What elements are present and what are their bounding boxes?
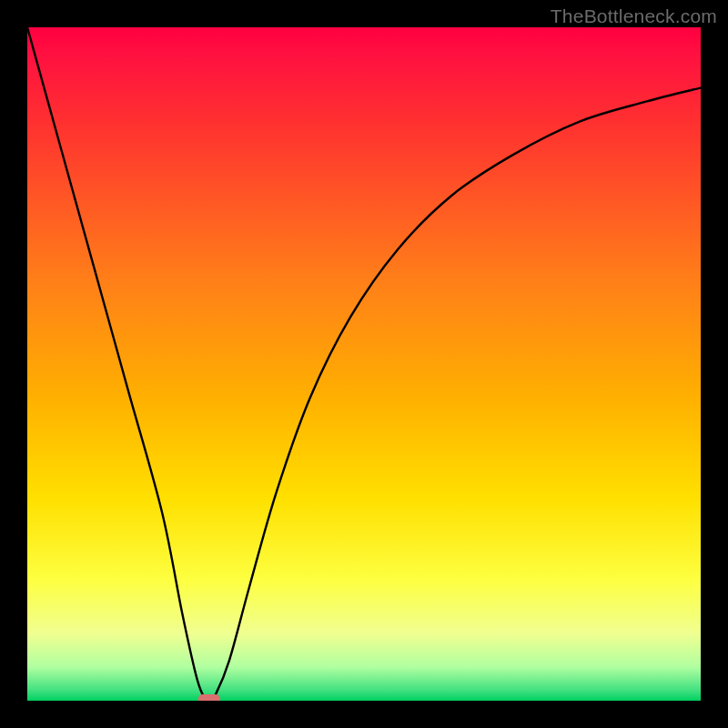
bottleneck-curve-svg xyxy=(27,27,701,701)
plot-area xyxy=(27,27,701,701)
min-marker xyxy=(198,694,220,701)
bottleneck-curve-path xyxy=(27,27,701,701)
watermark-text: TheBottleneck.com xyxy=(551,5,717,27)
chart-frame: TheBottleneck.com xyxy=(0,0,728,728)
